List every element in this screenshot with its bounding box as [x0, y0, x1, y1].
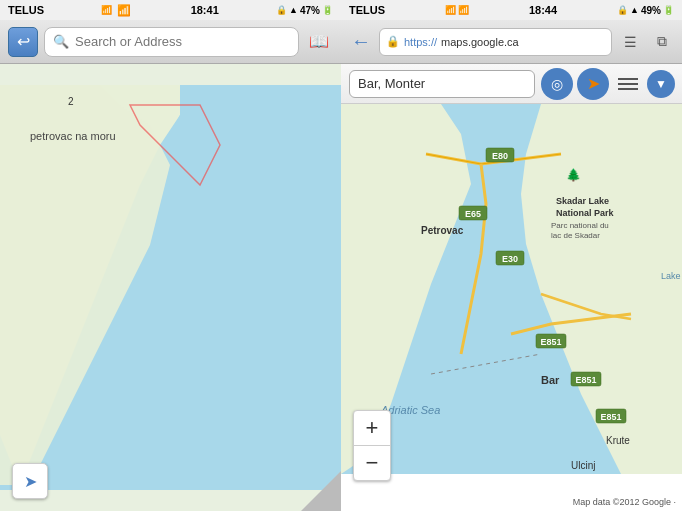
- svg-text:2: 2: [68, 96, 74, 107]
- left-wifi: 📶: [117, 4, 131, 17]
- svg-text:Petrovac: Petrovac: [421, 225, 464, 236]
- left-status-bar: TELUS 📶 📶 18:41 🔒 ▲ 47% 🔋: [0, 0, 341, 20]
- target-icon: ◎: [551, 76, 563, 92]
- svg-text:E30: E30: [502, 254, 518, 264]
- svg-text:Skadar Lake: Skadar Lake: [556, 196, 609, 206]
- chevron-down-icon: ▼: [655, 77, 667, 91]
- svg-text:E851: E851: [600, 412, 621, 422]
- ios-map: petrovac na moru 2 ➤: [0, 64, 341, 511]
- url-bar[interactable]: 🔒 https://maps.google.ca: [379, 28, 612, 56]
- bookmark-icon: 📖: [309, 32, 329, 51]
- search-input[interactable]: [75, 34, 290, 49]
- ios-maps-panel: TELUS 📶 📶 18:41 🔒 ▲ 47% 🔋 ↩ 🔍: [0, 0, 341, 511]
- current-location-button[interactable]: ◎: [541, 68, 573, 100]
- dropdown-button[interactable]: ▼: [647, 70, 675, 98]
- tabs-icon: ⧉: [657, 33, 667, 50]
- map-copyright: Map data ©2012 Google ·: [573, 497, 676, 507]
- directions-button[interactable]: ➤: [577, 68, 609, 100]
- arrow-direction-icon: ➤: [587, 74, 600, 93]
- google-maps-view: E80 E65 E30 E851 E851 E851 🌲 Petrovac: [341, 104, 682, 511]
- search-icon: 🔍: [53, 34, 69, 49]
- location-arrow-icon: ➤: [24, 472, 37, 491]
- left-carrier: TELUS: [8, 4, 44, 16]
- right-battery: 49%: [641, 5, 661, 16]
- svg-text:E851: E851: [540, 337, 561, 347]
- chrome-browser-panel: TELUS 📶 📶 18:44 🔒 ▲ 49% 🔋 ← 🔒 https://ma…: [341, 0, 682, 511]
- search-bar-container[interactable]: 🔍: [44, 27, 299, 57]
- list-line-1: [618, 78, 638, 80]
- zoom-in-button[interactable]: +: [354, 411, 390, 445]
- svg-text:Ulcinj: Ulcinj: [571, 460, 595, 471]
- svg-text:🌲: 🌲: [566, 167, 581, 182]
- svg-text:petrovac na moru: petrovac na moru: [30, 130, 116, 142]
- location-bar: ◎ ➤ ▼: [341, 64, 682, 104]
- left-nav-bar: ↩ 🔍 📖: [0, 20, 341, 64]
- arrow-right-icon: ↩: [17, 32, 30, 51]
- svg-text:Krute: Krute: [606, 435, 630, 446]
- browser-menu-button[interactable]: ☰: [616, 28, 644, 56]
- right-carrier: TELUS: [349, 4, 385, 16]
- lock-icon: 🔒: [386, 35, 400, 48]
- location-button[interactable]: ➤: [12, 463, 48, 499]
- svg-text:National Park: National Park: [556, 208, 615, 218]
- layers-button[interactable]: [613, 69, 643, 99]
- svg-text:Bar: Bar: [541, 374, 560, 386]
- svg-text:lac de Skadar: lac de Skadar: [551, 231, 600, 240]
- left-battery: 47%: [300, 5, 320, 16]
- svg-text:E65: E65: [465, 209, 481, 219]
- svg-text:Parc national du: Parc national du: [551, 221, 609, 230]
- location-input[interactable]: [349, 70, 535, 98]
- svg-text:Lake S: Lake S: [661, 271, 682, 281]
- browser-back-button[interactable]: ←: [347, 28, 375, 56]
- list-line-3: [618, 88, 638, 90]
- svg-text:E851: E851: [575, 375, 596, 385]
- right-time: 18:44: [529, 4, 557, 16]
- zoom-out-button[interactable]: −: [354, 446, 390, 480]
- svg-text:E80: E80: [492, 151, 508, 161]
- hamburger-icon: ☰: [624, 34, 637, 50]
- left-time: 18:41: [191, 4, 219, 16]
- right-status-bar: TELUS 📶 📶 18:44 🔒 ▲ 49% 🔋: [341, 0, 682, 20]
- back-arrow-icon: ←: [351, 30, 371, 53]
- browser-nav-bar: ← 🔒 https://maps.google.ca ☰ ⧉: [341, 20, 682, 64]
- url-rest: maps.google.ca: [441, 36, 519, 48]
- browser-tabs-button[interactable]: ⧉: [648, 28, 676, 56]
- maps-back-button[interactable]: ↩: [8, 27, 38, 57]
- bookmark-button[interactable]: 📖: [305, 28, 333, 56]
- list-line-2: [618, 83, 638, 85]
- url-https: https://: [404, 36, 437, 48]
- zoom-controls: + −: [353, 410, 391, 481]
